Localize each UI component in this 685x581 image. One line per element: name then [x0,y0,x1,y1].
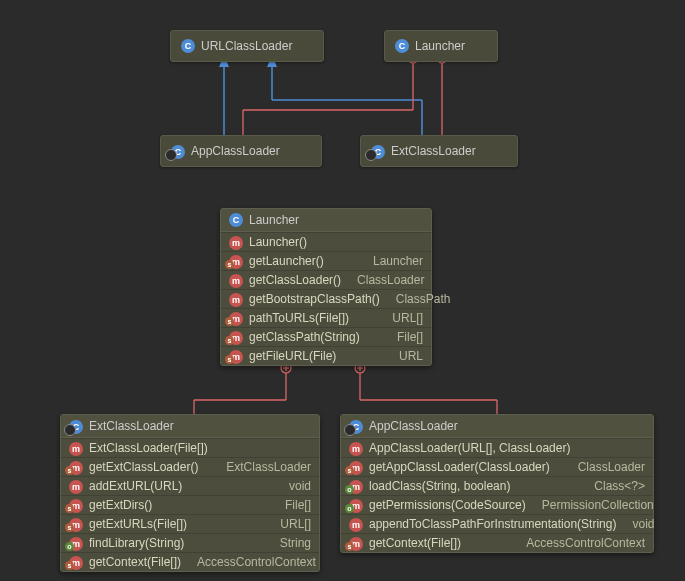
node-urlclassloader[interactable]: C URLClassLoader [170,30,324,62]
return-type: URL[] [382,311,423,325]
method-row[interactable]: msgetContext(File[])AccessControlContext [61,552,319,571]
method-row[interactable]: mgetClassLoader()ClassLoader [221,270,431,289]
static-overlay: s [225,355,234,364]
class-icon: C [229,213,243,227]
method-row[interactable]: mofindLibrary(String)String [61,533,319,552]
method-name: Launcher() [249,235,423,249]
method-row[interactable]: moloadClass(String, boolean)Class<?> [341,476,653,495]
panel-extclassloader[interactable]: C ExtClassLoader mExtClassLoader(File[])… [60,414,320,572]
method-name: getLauncher() [249,254,357,268]
static-overlay: s [225,317,234,326]
node-label: Launcher [415,39,465,53]
method-row[interactable]: msgetExtClassLoader()ExtClassLoader [61,457,319,476]
icon-wrap: ms [69,498,83,512]
icon-wrap: mo [349,479,363,493]
return-type: ClassLoader [347,273,424,287]
method-row[interactable]: msgetExtURLs(File[])URL[] [61,514,319,533]
method-row[interactable]: mgetBootstrapClassPath()ClassPath [221,289,431,308]
panel-header: C Launcher [221,209,431,232]
return-type: ClassLoader [568,460,645,474]
override-overlay: o [345,485,354,494]
method-row[interactable]: msgetContext(File[])AccessControlContext [341,533,653,552]
node-appclassloader[interactable]: C AppClassLoader [160,135,322,167]
method-row[interactable]: mExtClassLoader(File[]) [61,438,319,457]
return-type: ExtClassLoader [216,460,311,474]
return-type: URL [389,349,423,363]
method-row[interactable]: mappendToClassPathForInstrumentation(Str… [341,514,653,533]
return-type: File[] [275,498,311,512]
method-name: getBootstrapClassPath() [249,292,380,306]
method-row[interactable]: mLauncher() [221,232,431,251]
method-row[interactable]: mogetPermissions(CodeSource)PermissionCo… [341,495,653,514]
method-name: loadClass(String, boolean) [369,479,578,493]
node-label: URLClassLoader [201,39,292,53]
class-icon-wrap: C [349,419,363,433]
method-row[interactable]: msgetFileURL(File)URL [221,346,431,365]
return-type: String [270,536,311,550]
method-name: getPermissions(CodeSource) [369,498,526,512]
icon-wrap: m [229,292,243,306]
return-type: File[] [387,330,423,344]
icon-wrap: ms [229,254,243,268]
method-row[interactable]: msgetLauncher()Launcher [221,251,431,270]
method-name: getExtDirs() [89,498,269,512]
panel-title: ExtClassLoader [89,419,174,433]
method-row[interactable]: msgetClassPath(String)File[] [221,327,431,346]
override-overlay: o [345,504,354,513]
method-name: getClassLoader() [249,273,341,287]
node-launcher[interactable]: C Launcher [384,30,498,62]
method-name: getContext(File[]) [89,555,181,569]
method-row[interactable]: msgetExtDirs()File[] [61,495,319,514]
method-name: appendToClassPathForInstrumentation(Stri… [369,517,616,531]
method-name: pathToURLs(File[]) [249,311,376,325]
static-overlay: s [345,466,354,475]
icon-wrap: m [349,517,363,531]
method-icon: m [229,293,243,307]
method-icon: m [349,518,363,532]
class-icon-wrap: C [371,144,385,159]
method-icon: m [69,480,83,494]
method-name: ExtClassLoader(File[]) [89,441,311,455]
panel-header: C ExtClassLoader [61,415,319,438]
method-name: getExtURLs(File[]) [89,517,264,531]
panel-title: Launcher [249,213,299,227]
static-badge [64,424,76,436]
method-row[interactable]: msgetAppClassLoader(ClassLoader)ClassLoa… [341,457,653,476]
icon-wrap: ms [349,460,363,474]
method-name: addExtURL(URL) [89,479,273,493]
method-row[interactable]: maddExtURL(URL)void [61,476,319,495]
static-overlay: s [225,260,234,269]
node-label: AppClassLoader [191,144,280,158]
icon-wrap: ms [229,330,243,344]
panel-title: AppClassLoader [369,419,458,433]
static-overlay: s [65,561,74,570]
panel-header: C AppClassLoader [341,415,653,438]
method-name: getClassPath(String) [249,330,381,344]
icon-wrap: mo [69,536,83,550]
class-icon: C [181,39,195,53]
icon-wrap: m [229,235,243,249]
method-row[interactable]: mAppClassLoader(URL[], ClassLoader) [341,438,653,457]
node-label: ExtClassLoader [391,144,476,158]
node-extclassloader[interactable]: C ExtClassLoader [360,135,518,167]
method-name: getExtClassLoader() [89,460,210,474]
return-type: AccessControlContext [187,555,316,569]
class-icon-wrap: C [69,419,83,433]
static-overlay: s [65,523,74,532]
panel-appclassloader[interactable]: C AppClassLoader mAppClassLoader(URL[], … [340,414,654,553]
icon-wrap: ms [69,517,83,531]
static-overlay: s [65,504,74,513]
icon-wrap: mo [349,498,363,512]
icon-wrap: m [229,273,243,287]
method-row[interactable]: mspathToURLs(File[])URL[] [221,308,431,327]
return-type: void [279,479,311,493]
diagram-canvas: C URLClassLoader C Launcher C AppClassLo… [0,0,685,581]
method-name: findLibrary(String) [89,536,264,550]
panel-launcher[interactable]: C Launcher mLauncher()msgetLauncher()Lau… [220,208,432,366]
static-overlay: s [225,336,234,345]
static-badge [344,424,356,436]
class-icon-wrap: C [171,144,185,159]
icon-wrap: ms [229,311,243,325]
override-overlay: o [65,542,74,551]
icon-wrap: ms [229,349,243,363]
